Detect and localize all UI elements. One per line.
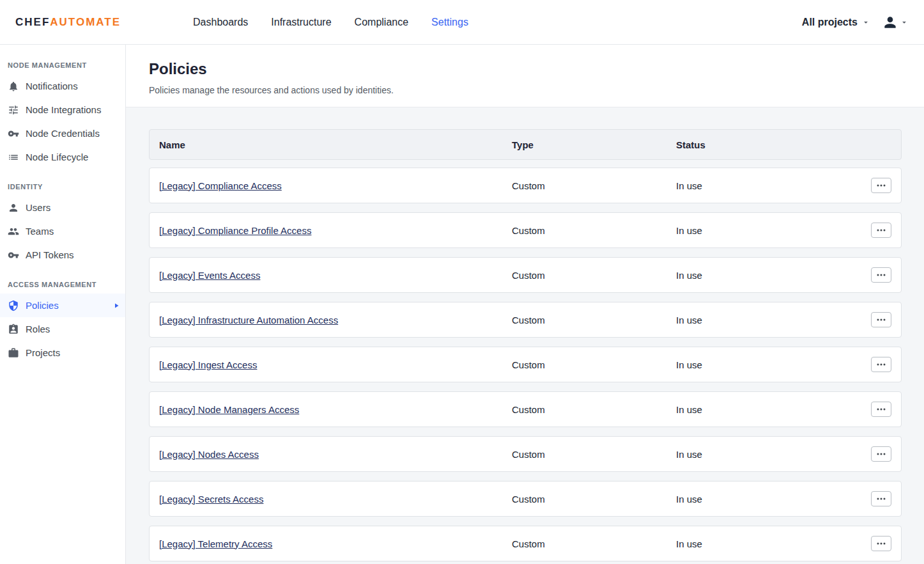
more-options-button[interactable]	[871, 312, 891, 327]
projects-filter-label: All projects	[802, 17, 858, 28]
main-nav: Dashboards Infrastructure Compliance Set…	[193, 17, 468, 28]
nav-infrastructure[interactable]: Infrastructure	[271, 17, 331, 28]
policy-type: Custom	[512, 404, 676, 415]
sidebar-item-label: Projects	[26, 347, 60, 358]
more-options-button[interactable]	[871, 491, 891, 506]
table-header-row: Name Type Status	[149, 129, 902, 160]
policy-status: In use	[676, 449, 862, 460]
page-title: Policies	[149, 60, 901, 78]
sidebar-item-node-lifecycle[interactable]: Node Lifecycle	[0, 145, 125, 169]
more-horizontal-icon	[877, 229, 886, 231]
more-options-button[interactable]	[871, 223, 891, 238]
policy-link[interactable]: [Legacy] Infrastructure Automation Acces…	[159, 315, 338, 325]
sidebar-item-node-integrations[interactable]: Node Integrations	[0, 98, 125, 121]
sidebar-item-label: API Tokens	[26, 249, 74, 260]
more-options-button[interactable]	[871, 178, 891, 193]
nav-dashboards[interactable]: Dashboards	[193, 17, 248, 28]
more-horizontal-icon	[877, 274, 886, 276]
more-options-button[interactable]	[871, 446, 891, 462]
chevron-down-icon	[900, 18, 909, 27]
nav-compliance[interactable]: Compliance	[355, 17, 408, 28]
policy-type: Custom	[512, 494, 676, 505]
sidebar-item-label: Policies	[26, 300, 59, 311]
more-horizontal-icon	[877, 497, 886, 500]
sidebar-item-label: Node Credentials	[26, 128, 100, 139]
policy-link[interactable]: [Legacy] Secrets Access	[159, 494, 263, 505]
logo-chef-text: CHEF	[15, 16, 50, 29]
more-horizontal-icon	[877, 453, 886, 455]
sidebar-item-node-credentials[interactable]: Node Credentials	[0, 121, 125, 145]
policy-status: In use	[676, 180, 862, 191]
policies-table-area: Name Type Status [Legacy] Compliance Acc…	[126, 107, 924, 564]
chef-automate-logo[interactable]: CHEFAUTOMATE	[15, 16, 121, 29]
policy-link[interactable]: [Legacy] Compliance Profile Access	[159, 225, 311, 236]
projects-filter-dropdown[interactable]: All projects	[802, 17, 870, 28]
main-content: Policies Policies manage the resources a…	[126, 45, 924, 564]
policy-type: Custom	[512, 180, 676, 191]
sidebar-section-node-management: NODE MANAGEMENT	[0, 54, 125, 74]
more-options-button[interactable]	[871, 357, 891, 372]
column-header-status: Status	[676, 139, 862, 150]
more-options-button[interactable]	[871, 402, 891, 417]
table-row: [Legacy] Telemetry Access Custom In use	[149, 526, 902, 561]
policy-link[interactable]: [Legacy] Events Access	[159, 270, 260, 281]
logo-automate-text: AUTOMATE	[50, 16, 121, 29]
top-navigation: CHEFAUTOMATE Dashboards Infrastructure C…	[0, 0, 924, 45]
table-row: [Legacy] Nodes Access Custom In use	[149, 436, 902, 472]
policy-link[interactable]: [Legacy] Ingest Access	[159, 359, 257, 370]
table-row: [Legacy] Secrets Access Custom In use	[149, 481, 902, 517]
briefcase-icon	[8, 347, 19, 359]
sidebar-item-users[interactable]: Users	[0, 196, 125, 219]
more-horizontal-icon	[877, 408, 886, 411]
sidebar-section-identity: IDENTITY	[0, 175, 125, 196]
chevron-down-icon	[861, 18, 870, 27]
key-icon	[8, 128, 19, 139]
policy-link[interactable]: [Legacy] Nodes Access	[159, 449, 259, 460]
more-horizontal-icon	[877, 318, 886, 321]
table-row: [Legacy] Ingest Access Custom In use	[149, 347, 902, 382]
sidebar-item-api-tokens[interactable]: API Tokens	[0, 243, 125, 267]
policy-type: Custom	[512, 315, 676, 325]
active-arrow-icon	[112, 302, 120, 309]
settings-sidebar: NODE MANAGEMENT Notifications Node Integ…	[0, 45, 126, 564]
policy-link[interactable]: [Legacy] Telemetry Access	[159, 538, 272, 549]
integrations-icon	[8, 104, 19, 116]
table-row: [Legacy] Events Access Custom In use	[149, 257, 902, 293]
more-options-button[interactable]	[871, 267, 891, 283]
policy-status: In use	[676, 494, 862, 505]
user-avatar-icon	[882, 14, 898, 31]
policy-status: In use	[676, 315, 862, 325]
sidebar-item-policies[interactable]: Policies	[0, 294, 125, 317]
policy-link[interactable]: [Legacy] Compliance Access	[159, 180, 282, 191]
sidebar-item-roles[interactable]: Roles	[0, 317, 125, 341]
policy-type: Custom	[512, 225, 676, 236]
topnav-right: All projects	[802, 14, 909, 31]
policy-type: Custom	[512, 538, 676, 549]
nav-settings[interactable]: Settings	[431, 17, 468, 28]
sidebar-item-label: Roles	[26, 324, 50, 334]
more-horizontal-icon	[877, 542, 886, 545]
more-horizontal-icon	[877, 363, 886, 366]
sidebar-item-label: Node Integrations	[26, 104, 101, 115]
sidebar-item-teams[interactable]: Teams	[0, 219, 125, 243]
list-icon	[8, 152, 19, 163]
policy-status: In use	[676, 404, 862, 415]
policy-status: In use	[676, 359, 862, 370]
sidebar-item-notifications[interactable]: Notifications	[0, 74, 125, 98]
sidebar-item-label: Teams	[26, 226, 54, 237]
policy-type: Custom	[512, 449, 676, 460]
policy-status: In use	[676, 538, 862, 549]
user-menu[interactable]	[882, 14, 909, 31]
table-row: [Legacy] Compliance Access Custom In use	[149, 168, 902, 203]
table-row: [Legacy] Infrastructure Automation Acces…	[149, 302, 902, 338]
person-icon	[8, 202, 19, 214]
shield-icon	[8, 300, 19, 311]
column-header-name: Name	[159, 139, 512, 150]
more-options-button[interactable]	[871, 536, 891, 551]
sidebar-item-label: Users	[26, 202, 50, 213]
policy-type: Custom	[512, 270, 676, 281]
policy-link[interactable]: [Legacy] Node Managers Access	[159, 404, 299, 415]
sidebar-item-projects[interactable]: Projects	[0, 341, 125, 364]
column-header-type: Type	[512, 139, 676, 150]
table-row: [Legacy] Compliance Profile Access Custo…	[149, 212, 902, 248]
